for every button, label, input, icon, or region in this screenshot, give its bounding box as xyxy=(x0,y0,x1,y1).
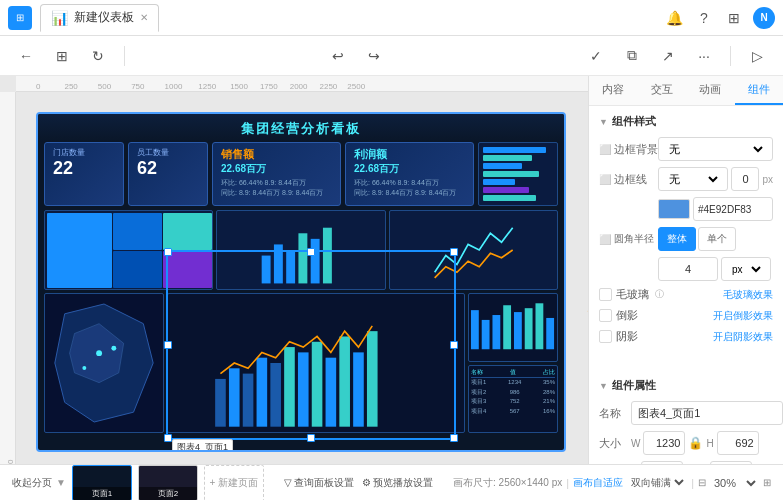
style-toggle[interactable]: ▼ xyxy=(599,117,608,127)
radius-value-input[interactable] xyxy=(658,257,718,281)
undo-btn[interactable]: ↩ xyxy=(324,42,352,70)
attr-toggle[interactable]: ▼ xyxy=(599,381,608,391)
page-thumb-1[interactable]: 页面1 xyxy=(72,465,132,501)
avatar-btn[interactable]: N xyxy=(753,7,775,29)
svg-rect-26 xyxy=(525,308,533,349)
border-size-input[interactable] xyxy=(731,167,759,191)
more-btn[interactable]: ··· xyxy=(690,42,718,70)
grid-view-btn[interactable]: ⊞ xyxy=(48,42,76,70)
tab-component[interactable]: 组件 xyxy=(735,76,784,105)
mode-select[interactable]: 双向铺满 xyxy=(627,472,687,494)
preview-settings-btn[interactable]: ⚙ 预览播放设置 xyxy=(362,476,433,490)
border-select-input[interactable]: 无 xyxy=(665,172,721,186)
radius-unit-select-input[interactable]: px % xyxy=(728,263,764,276)
ruler-vertical: 0 250 500 750 1000 1250 xyxy=(0,92,16,464)
tab-close-btn[interactable]: ✕ xyxy=(140,12,148,23)
page-thumb-2[interactable]: 页面2 xyxy=(138,465,198,501)
chart-right-1 xyxy=(468,293,558,362)
radius-value-row: px % xyxy=(599,257,773,281)
top-bar: ⊞ 📊 新建仪表板 ✕ 🔔 ? ⊞ N xyxy=(0,0,783,36)
canvas-scroll[interactable]: 集团经营分析看板 门店数量 22 员工数量 62 xyxy=(16,92,588,464)
tab-interaction[interactable]: 交互 xyxy=(638,76,687,105)
color-picker[interactable] xyxy=(658,199,690,219)
help-btn[interactable]: ? xyxy=(693,7,715,29)
kpi-sub3: 环比: 66.44% 8.9: 8.44百万 xyxy=(354,178,465,188)
zoom-select[interactable]: 30% 50% 75% 100% xyxy=(710,476,759,490)
tab-animation[interactable]: 动画 xyxy=(686,76,735,105)
blur-question[interactable]: ⓘ xyxy=(655,288,664,301)
add-page-btn[interactable]: + 新建页面 xyxy=(204,465,264,501)
y-input[interactable] xyxy=(710,461,752,464)
sep1 xyxy=(124,46,125,66)
line-chart-mid xyxy=(389,210,558,290)
kpi-revenue2-label: 利润额 xyxy=(354,147,465,162)
color-control xyxy=(658,197,773,221)
handle-br xyxy=(450,434,458,442)
bg-select-input[interactable]: 无 xyxy=(665,142,766,156)
border-select[interactable]: 无 xyxy=(658,167,728,191)
name-input[interactable] xyxy=(631,401,783,425)
radius-label: 圆角半径 xyxy=(614,232,654,246)
zoom-info: ⊟ xyxy=(698,477,706,488)
fit-info[interactable]: 画布自适应 xyxy=(573,476,623,490)
color-hex-input[interactable] xyxy=(693,197,773,221)
name-label: 名称 xyxy=(599,406,627,421)
ruler-2000: 2000 xyxy=(290,82,308,91)
redo-btn[interactable]: ↪ xyxy=(360,42,388,70)
svg-rect-22 xyxy=(482,320,490,349)
ruler-1000: 1000 xyxy=(165,82,183,91)
shadow1-effect[interactable]: 开启倒影效果 xyxy=(713,309,773,323)
bar-chart-svg xyxy=(217,211,384,289)
radius-unit-select[interactable]: px % xyxy=(721,257,771,281)
svg-rect-20 xyxy=(367,331,378,427)
preview-btn[interactable]: ▷ xyxy=(743,42,771,70)
copy-btn[interactable]: ⧉ xyxy=(618,42,646,70)
dashboard-title: 集团经营分析看板 xyxy=(38,114,564,142)
svg-rect-24 xyxy=(503,305,511,349)
main-tab[interactable]: 📊 新建仪表板 ✕ xyxy=(40,4,159,32)
apps-btn[interactable]: ⊞ xyxy=(723,7,745,29)
back-btn[interactable]: ← xyxy=(12,42,40,70)
shadow2-checkbox[interactable] xyxy=(599,330,612,343)
width-input[interactable] xyxy=(643,431,685,455)
svg-rect-3 xyxy=(299,233,308,283)
height-input[interactable] xyxy=(717,431,759,455)
refresh-btn[interactable]: ↻ xyxy=(84,42,112,70)
ruler-2500: 2500 xyxy=(347,82,365,91)
mode-select-input[interactable]: 双向铺满 xyxy=(627,476,687,489)
kpi-revenue1-value: 销售额 xyxy=(221,147,332,162)
blur-effect[interactable]: 毛玻璃效果 xyxy=(723,288,773,302)
canvas-content: 集团经营分析看板 门店数量 22 员工数量 62 xyxy=(16,92,588,464)
x-input[interactable] xyxy=(641,461,683,464)
color-row xyxy=(599,197,773,221)
lock-icon[interactable]: 🔒 xyxy=(688,436,703,450)
sep2-info: | xyxy=(691,477,694,489)
canvas-area[interactable]: 0 250 500 750 1000 1250 1500 1750 2000 2… xyxy=(0,76,588,464)
radius-individual-btn[interactable]: 单个 xyxy=(698,227,736,251)
shadow2-effect[interactable]: 开启阴影效果 xyxy=(713,330,773,344)
svg-rect-21 xyxy=(471,310,479,349)
attr-section-title: 组件属性 xyxy=(612,378,656,393)
map-svg xyxy=(45,294,163,432)
chart-right-2: 名称值占比 项目1123435% 项目298628% xyxy=(468,365,558,434)
query-settings-btn[interactable]: ▽ 查询面板设置 xyxy=(284,476,354,490)
dashboard-frame[interactable]: 集团经营分析看板 门店数量 22 员工数量 62 xyxy=(36,112,566,452)
border-label: 边框线 xyxy=(614,172,647,187)
treemap-chart xyxy=(44,210,213,290)
collapse-pages-btn[interactable]: 收起分页 ▼ xyxy=(12,476,66,490)
svg-rect-19 xyxy=(353,352,364,426)
bg-select[interactable]: 无 xyxy=(658,137,773,161)
shadow1-checkbox[interactable] xyxy=(599,309,612,322)
hbar-chart xyxy=(479,143,557,205)
share-btn[interactable]: ↗ xyxy=(654,42,682,70)
svg-point-6 xyxy=(96,350,102,356)
ruler-0: 0 xyxy=(36,82,40,91)
notification-btn[interactable]: 🔔 xyxy=(663,7,685,29)
radius-whole-btn[interactable]: 整体 xyxy=(658,227,696,251)
tab-content[interactable]: 内容 xyxy=(589,76,638,105)
shadow2-label: 阴影 xyxy=(616,329,638,344)
svg-rect-4 xyxy=(311,239,320,284)
radius-control: 整体 单个 xyxy=(658,227,773,251)
check-btn[interactable]: ✓ xyxy=(582,42,610,70)
blur-checkbox[interactable] xyxy=(599,288,612,301)
